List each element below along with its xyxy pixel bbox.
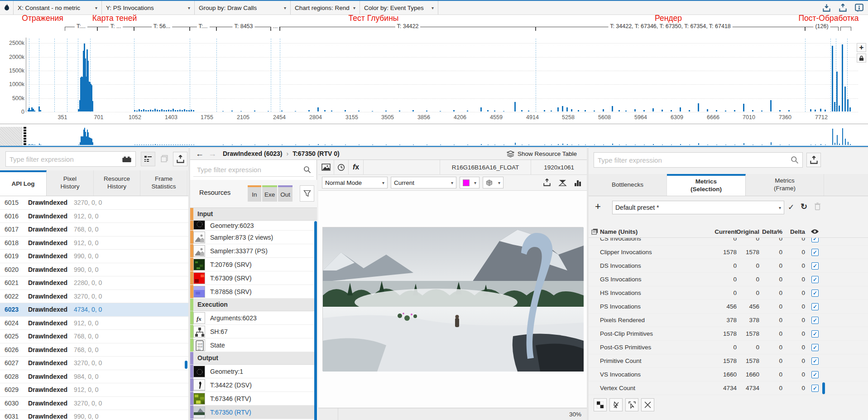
back-icon[interactable]: ← — [190, 149, 206, 159]
region-bracket-5[interactable]: ... — [271, 27, 280, 31]
api-log-row[interactable]: 6029DrawIndexed912, 0, 0 — [0, 383, 188, 397]
resource-row[interactable]: Sampler:873 (2 views) — [190, 231, 317, 244]
metric-visible-checkbox[interactable]: ✓ — [811, 371, 819, 378]
api-log-row[interactable]: 6027DrawIndexed3270, 0, 0 — [0, 357, 188, 370]
metrics-row[interactable]: HS Invocations0000✓ — [589, 286, 868, 300]
disable-pixel-select-icon[interactable] — [609, 398, 623, 411]
resource-row[interactable]: T:67346 (RTV) — [190, 392, 317, 406]
api-log-row[interactable]: 6015DrawIndexed3270, 0, 0 — [0, 196, 188, 210]
metric-visible-checkbox[interactable]: ✓ — [811, 317, 819, 324]
minimap-range-handle[interactable] — [24, 127, 26, 146]
api-log-scrollbar[interactable] — [185, 361, 187, 369]
metric-visible-checkbox[interactable]: ✓ — [811, 276, 819, 283]
api-log-row[interactable]: 6016DrawIndexed912, 0, 0 — [0, 210, 188, 223]
resource-row[interactable]: Sampler:33377 (PS) — [190, 244, 317, 258]
metric-visible-checkbox[interactable]: ✓ — [811, 238, 819, 242]
history-clock-icon[interactable] — [334, 164, 348, 171]
bar-plot[interactable] — [0, 39, 868, 111]
highlight-color-dropdown[interactable]: ▾ — [460, 177, 480, 188]
api-log-export-icon[interactable] — [173, 152, 187, 166]
pages-icon[interactable] — [591, 228, 598, 235]
resource-filter-out[interactable]: Out — [278, 185, 293, 202]
preset-dropdown[interactable]: Default preset *▾ — [612, 201, 784, 214]
eye-icon[interactable] — [810, 228, 819, 235]
tab-metrics-selection[interactable]: Metrics (Selection) — [667, 174, 746, 196]
toolbar-dropdown-2[interactable]: Group by: Draw Calls▾ — [195, 1, 291, 14]
filter-brick-icon[interactable] — [122, 156, 135, 163]
resource-row[interactable]: T:67309 (SRV) — [190, 271, 317, 285]
api-log-row[interactable]: 6017DrawIndexed768, 0, 0 — [0, 223, 188, 237]
metrics-row[interactable]: GS Invocations0000✓ — [589, 273, 868, 286]
resource-list-scrollbar[interactable] — [314, 221, 317, 420]
breadcrumb-target[interactable]: T:67350 (RTV 0) — [293, 150, 339, 157]
clear-selection-icon[interactable] — [641, 398, 654, 411]
col-delta[interactable]: Delta — [761, 226, 805, 238]
toolbar-dropdown-0[interactable]: X: Constant - no metric▾ — [14, 1, 102, 14]
metric-visible-checkbox[interactable]: ✓ — [811, 290, 819, 297]
metrics-row[interactable]: DS Invocations0000✓ — [589, 259, 868, 273]
metric-visible-checkbox[interactable]: ✓ — [811, 344, 819, 351]
api-log-row[interactable]: 6024DrawIndexed912, 0, 0 — [0, 317, 188, 330]
resource-row[interactable]: T:67350 (RTV) — [190, 406, 317, 419]
region-bracket-4[interactable]: T: 8453 — [216, 27, 271, 31]
region-bracket-0[interactable]: T:... — [65, 27, 97, 31]
metrics-row[interactable]: Clipper Invocations1578157800✓ — [589, 246, 868, 259]
region-bracket-3[interactable]: T:... — [190, 27, 216, 31]
compare-histogram-icon[interactable] — [555, 179, 571, 187]
export-icon[interactable] — [837, 3, 848, 13]
breadcrumb-event[interactable]: DrawIndexed (6023) — [223, 150, 283, 157]
region-bracket-6[interactable]: T: 34422 — [280, 27, 536, 31]
resources-filter-input[interactable] — [193, 166, 303, 174]
histogram-icon[interactable] — [571, 179, 587, 186]
show-resource-table-button[interactable]: Show Resource Table — [507, 150, 587, 157]
timeline-chart[interactable]: ОтраженияКарта тенейТест ГлубиныРендерПо… — [0, 15, 868, 127]
metric-visible-checkbox[interactable]: ✓ — [811, 262, 819, 270]
metrics-row[interactable]: VS Invocations1660166000✓ — [589, 368, 868, 381]
metrics-row[interactable]: PS Invocations45645600✓ — [589, 300, 868, 314]
metrics-row[interactable]: Primitive Count1578157800✓ — [589, 354, 868, 368]
toolbar-dropdown-3[interactable]: Chart regions: Render Tar...▾ — [291, 1, 360, 14]
reset-preset-icon[interactable]: ↻ — [801, 202, 807, 212]
apply-preset-icon[interactable]: ✓ — [788, 203, 794, 212]
api-log-row[interactable]: 6030DrawIndexed3270, 0, 0 — [0, 397, 188, 410]
zoom-in-button[interactable]: + — [857, 43, 866, 52]
details-view-icon[interactable] — [141, 152, 155, 166]
metrics-row[interactable]: CS Invocations0000✓ — [589, 238, 868, 246]
metric-visible-checkbox[interactable]: ✓ — [811, 385, 819, 392]
metrics-filter-input[interactable] — [594, 156, 791, 164]
source-dropdown[interactable]: Current▾ — [391, 177, 456, 188]
resource-filter-exe[interactable]: Exe — [262, 185, 277, 202]
resource-row[interactable]: T:20769 (SRV) — [190, 258, 317, 271]
api-log-row[interactable]: 6031DrawIndexed990, 0, 0 — [0, 410, 188, 420]
tab-bottlenecks[interactable]: Bottlenecks — [589, 174, 667, 196]
resource-row[interactable]: Geometry:6023 — [190, 221, 317, 231]
render-target-image[interactable] — [322, 227, 583, 371]
region-bracket-8[interactable]: (126) — [805, 27, 839, 31]
region-bracket-2[interactable]: T: 56... — [134, 27, 190, 31]
tab-pixel-history[interactable]: Pixel History — [47, 170, 94, 196]
api-log-filter-input[interactable] — [6, 155, 122, 163]
toolbar-dropdown-4[interactable]: Color by: Event Types▾ — [360, 1, 438, 14]
api-log-row[interactable]: 6026DrawIndexed768, 0, 0 — [0, 343, 188, 357]
resource-row[interactable]: T:87858 (SRV) — [190, 285, 317, 299]
metrics-scrollbar[interactable] — [822, 382, 825, 394]
metric-visible-checkbox[interactable]: ✓ — [811, 249, 819, 256]
metrics-table[interactable]: CS Invocations0000✓Clipper Invocations15… — [589, 238, 868, 398]
api-log-row[interactable]: 6020DrawIndexed990, 0, 0 — [0, 263, 188, 277]
resource-funnel-icon[interactable] — [300, 185, 314, 202]
resource-row[interactable]: Geometry:1 — [190, 365, 317, 378]
resource-row[interactable]: 11001011State — [190, 338, 317, 352]
lock-button[interactable] — [857, 53, 866, 63]
api-log-row[interactable]: 6022DrawIndexed3270, 0, 0 — [0, 290, 188, 304]
api-log-row[interactable]: 6028DrawIndexed984, 0, 0 — [0, 370, 188, 384]
checkerboard-icon[interactable] — [594, 398, 607, 411]
api-log-row[interactable]: 6018DrawIndexed912, 0, 0 — [0, 237, 188, 250]
view-mode-dropdown[interactable]: Normal Mode▾ — [322, 177, 388, 188]
resource-row[interactable]: SH:67 — [190, 325, 317, 338]
col-name[interactable]: Name (Units) — [600, 226, 638, 238]
metrics-row[interactable]: Post-Clip Primitives1578157800✓ — [589, 327, 868, 341]
api-log-list[interactable]: 6015DrawIndexed3270, 0, 06016DrawIndexed… — [0, 196, 188, 420]
fx-view-icon[interactable]: fx — [349, 163, 363, 171]
metric-visible-checkbox[interactable]: ✓ — [811, 330, 819, 338]
region-bracket-9[interactable] — [840, 27, 851, 31]
